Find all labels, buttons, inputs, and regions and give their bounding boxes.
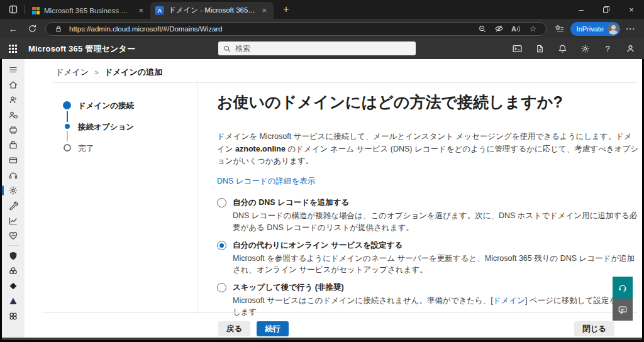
option-label: 自分の代わりにオンライン サービスを設定する [233, 240, 640, 251]
tab-admin-center-domains[interactable]: A ドメイン - Microsoft 365 管理センタ- × [150, 2, 274, 19]
tab-divider [24, 5, 25, 14]
help-icon[interactable]: ? [601, 43, 614, 55]
nav-marketplace-bag-icon[interactable] [2, 138, 25, 153]
wizard-main-content: お使いのドメインにはどの方法で接続しますか? ドメインを Microsoft サ… [217, 92, 640, 317]
tracking-prevention-eye-icon[interactable] [493, 23, 506, 35]
option-add-own-dns-records[interactable]: 自分の DNS レコードを追加する DNS レコードの構造が複雑な場合は、このオ… [217, 197, 640, 233]
app-launcher-waffle-icon[interactable] [9, 45, 17, 53]
close-button[interactable]: 閉じる [574, 321, 614, 336]
intro-text: ドメインを Microsoft サービスに接続して、メールとインスタント メッセ… [217, 131, 640, 167]
browser-toolbar: ← https://admin.cloud.microsoft/#/Domain… [0, 19, 644, 38]
wizard-stepper: ドメインの接続 接続オプション 完了 [63, 99, 182, 163]
browser-settings-more-icon[interactable]: ··· [623, 21, 639, 36]
tab-actions-menu-icon[interactable] [5, 3, 21, 16]
microsoft-logo-icon [32, 7, 40, 14]
left-nav-rail [2, 59, 25, 338]
nav-entra-diamond-icon[interactable] [2, 279, 25, 294]
favorites-hub-icon[interactable] [552, 21, 568, 36]
step-connection-options: 接続オプション [63, 121, 182, 142]
inprivate-badge[interactable]: InPrivate [570, 22, 620, 36]
nav-reports-chart-icon[interactable] [2, 213, 25, 228]
checklist-document-icon[interactable] [533, 43, 546, 55]
address-bar[interactable]: https://admin.cloud.microsoft/#/Domains/… [45, 22, 547, 36]
step-domain-connect: ドメインの接続 [63, 99, 182, 121]
radio-unselected-icon[interactable] [217, 283, 226, 292]
read-aloud-icon[interactable]: A [510, 23, 523, 35]
close-window-button[interactable]: × [619, 1, 644, 18]
nav-billing-card-icon[interactable] [2, 153, 25, 168]
headset-icon [618, 283, 628, 293]
lock-icon[interactable] [52, 23, 65, 35]
back-icon[interactable]: ← [5, 21, 21, 36]
restore-button[interactable] [594, 1, 619, 18]
option-description: Microsoft サービスはこのドメインに接続されません。準備ができたら、[ド… [233, 295, 640, 317]
tab-title: ドメイン - Microsoft 365 管理センタ- [169, 6, 255, 15]
inprivate-label: InPrivate [577, 25, 604, 33]
step-done-dot-icon [63, 101, 71, 109]
nav-home-icon[interactable] [2, 77, 25, 92]
step-connector [67, 131, 68, 141]
nav-divider [8, 245, 19, 246]
nav-settings-icon-active[interactable] [2, 183, 25, 198]
account-person-icon[interactable] [624, 43, 636, 55]
help-button[interactable] [613, 277, 633, 299]
refresh-icon[interactable] [24, 21, 40, 36]
new-tab-button[interactable]: + [279, 3, 294, 16]
step-label: ドメインの接続 [78, 101, 134, 111]
back-button[interactable]: 戻る [218, 321, 250, 336]
radio-selected-icon[interactable] [217, 241, 226, 250]
continue-button[interactable]: 続行 [257, 321, 289, 336]
nav-support-headset-icon[interactable] [2, 168, 25, 183]
domains-page-link[interactable]: ドメイン [493, 296, 525, 305]
radio-unselected-icon[interactable] [217, 198, 226, 207]
nav-health-heart-icon[interactable] [2, 228, 25, 243]
breadcrumb-separator: > [94, 69, 98, 76]
zoom-out-icon[interactable] [476, 23, 489, 35]
window-bottom-edge [0, 338, 644, 342]
option-label: スキップして後で行う (非推奨) [233, 282, 640, 293]
nav-setup-wrench-icon[interactable] [2, 198, 25, 213]
tab-business-standard[interactable]: Microsoft 365 Business Standard × [27, 2, 150, 19]
url-text[interactable]: https://admin.cloud.microsoft/#/Domains/… [69, 25, 472, 33]
option-description: DNS レコードの構造が複雑な場合は、このオプションを選びます。次に、DNS ホ… [233, 210, 640, 233]
app-title[interactable]: Microsoft 365 管理センター [28, 43, 135, 55]
dns-records-details-link[interactable]: DNS レコードの詳細を表示 [217, 176, 315, 187]
settings-gear-icon[interactable] [579, 43, 591, 55]
nav-admin-centers-icon[interactable] [2, 309, 25, 324]
nav-collapse-menu-icon[interactable] [2, 62, 25, 77]
nav-purview-trefoil-icon[interactable] [2, 263, 25, 279]
breadcrumb: ドメイン > ドメインの追加 [55, 67, 162, 78]
notifications-bell-icon[interactable] [556, 43, 569, 55]
nav-users-icon[interactable] [2, 92, 25, 108]
feedback-button[interactable] [613, 299, 633, 321]
nav-groups-icon[interactable] [2, 108, 25, 123]
nav-defender-shield-icon[interactable] [2, 248, 25, 263]
tab-close-icon[interactable]: × [260, 6, 269, 15]
nav-devices-icon[interactable] [2, 123, 25, 138]
m365-suite-header: Microsoft 365 管理センター ? [0, 38, 644, 59]
domain-name: aznote.online [235, 145, 286, 153]
page-title: お使いのドメインにはどの方法で接続しますか? [217, 92, 640, 112]
suite-header-icons: ? [511, 43, 636, 55]
minimize-button[interactable]: – [569, 1, 594, 18]
breadcrumb-domains-link[interactable]: ドメイン [55, 67, 89, 78]
option-setup-online-services[interactable]: 自分の代わりにオンライン サービスを設定する Microsoft を参照するよう… [217, 240, 640, 275]
domains-wizard-page: ドメイン > ドメインの追加 ドメインの接続 接続オプション [25, 59, 642, 338]
step-todo-ring-icon [64, 144, 71, 152]
nav-azure-triangle-icon[interactable] [2, 294, 25, 309]
feedback-speech-bubble-icon [618, 305, 628, 315]
divider [197, 83, 197, 312]
search-input[interactable] [235, 44, 411, 53]
admin-center-favicon-icon: A [155, 6, 164, 15]
step-finish: 完了 [63, 142, 182, 163]
wizard-footer-buttons: 戻る 続行 [218, 321, 289, 336]
step-current-dot-icon [65, 124, 70, 129]
connection-options-group: 自分の DNS レコードを追加する DNS レコードの構造が複雑な場合は、このオ… [217, 197, 640, 317]
cloud-shell-icon[interactable] [511, 43, 523, 55]
option-label: 自分の DNS レコードを追加する [233, 197, 640, 208]
add-favorite-star-icon[interactable]: ☆ [527, 23, 540, 35]
tab-close-icon[interactable]: × [136, 6, 145, 15]
divider [42, 312, 637, 313]
global-search-box[interactable] [218, 41, 416, 55]
window-controls: – × [569, 1, 644, 18]
